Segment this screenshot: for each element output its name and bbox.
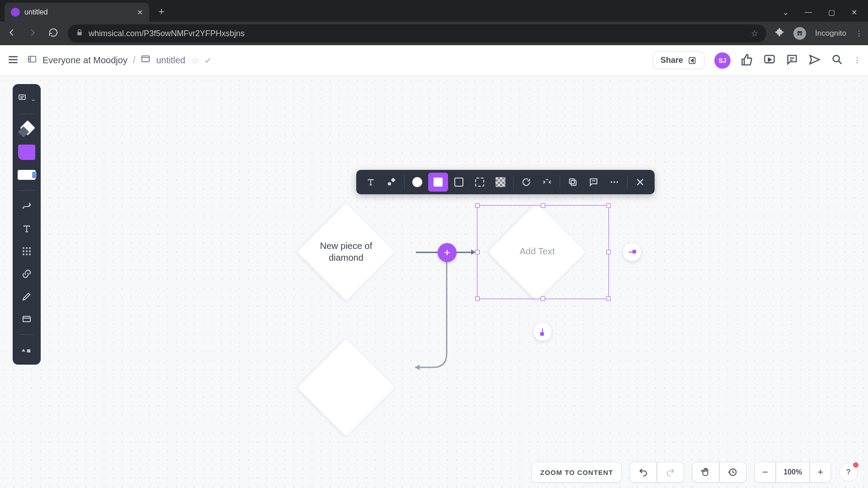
diamond-shape-bottom[interactable] <box>297 338 396 437</box>
extend-down-button[interactable] <box>533 323 552 341</box>
share-button[interactable]: Share <box>653 52 704 69</box>
toolbar-duplicate-icon[interactable] <box>563 173 583 192</box>
help-button[interactable]: ? <box>839 463 858 482</box>
back-icon[interactable] <box>5 28 18 39</box>
board-icon <box>141 54 151 66</box>
doc-title[interactable]: untitled <box>156 55 185 66</box>
resize-handle-sw[interactable] <box>475 296 480 301</box>
comments-icon[interactable] <box>786 53 798 68</box>
toolbar-rotate-icon[interactable] <box>516 173 536 192</box>
menu-icon[interactable] <box>7 54 19 67</box>
tab-title: untitled <box>24 8 48 16</box>
toolbar-text-icon[interactable] <box>361 173 381 192</box>
diamond-right-placeholder: Add Text <box>496 245 578 257</box>
svg-point-20 <box>388 182 391 185</box>
send-icon[interactable] <box>808 53 821 68</box>
resize-handle-w[interactable] <box>475 250 480 254</box>
forward-icon <box>26 28 39 39</box>
close-window-icon[interactable]: ✕ <box>851 8 857 17</box>
minimize-icon[interactable]: — <box>805 8 812 16</box>
toolbar-comment-icon[interactable] <box>584 173 604 192</box>
extensions-icon[interactable] <box>774 28 784 39</box>
tab-close-icon[interactable]: ✕ <box>137 8 143 17</box>
url-field[interactable]: whimsical.com/P3f5owNMFvr2YFPHxsbjns ☆ <box>68 24 766 42</box>
tab-favicon <box>11 8 20 17</box>
pan-hand-button[interactable] <box>692 462 719 483</box>
history-button[interactable] <box>719 462 746 483</box>
favorite-star-icon[interactable]: ☆ <box>191 55 199 66</box>
undo-button[interactable] <box>630 462 657 483</box>
browser-menu-icon[interactable]: ⋮ <box>855 29 863 38</box>
share-label: Share <box>660 56 683 65</box>
browser-tabbar: untitled ✕ ＋ ⌄ — ▢ ✕ <box>0 0 868 22</box>
svg-point-1 <box>800 33 802 36</box>
resize-handle-s[interactable] <box>541 296 545 301</box>
toolbar-fill-color[interactable] <box>407 173 427 192</box>
zoom-in-button[interactable]: + <box>810 462 831 483</box>
resize-handle-e[interactable] <box>606 250 611 254</box>
toolbar-fit-icon[interactable] <box>537 173 557 192</box>
workspace: ⌄ New piece of diamond Add Text <box>0 76 868 488</box>
bookmark-star-icon[interactable]: ☆ <box>751 28 758 38</box>
bottom-bar: ZOOM TO CONTENT − 100% + ? <box>0 456 868 488</box>
svg-rect-3 <box>142 56 150 62</box>
org-icon <box>27 54 37 66</box>
redo-button[interactable] <box>657 462 684 483</box>
thumbs-up-icon[interactable] <box>741 53 753 68</box>
resize-handle-ne[interactable] <box>606 203 611 208</box>
connector-add-node[interactable] <box>438 243 457 262</box>
toolbar-fill-dashed[interactable] <box>470 173 490 192</box>
zoom-level[interactable]: 100% <box>776 462 810 483</box>
avatar[interactable]: SJ <box>714 52 731 69</box>
connector-curved[interactable] <box>415 254 451 376</box>
zoom-out-button[interactable]: − <box>755 462 776 483</box>
zoom-to-content-button[interactable]: ZOOM TO CONTENT <box>532 462 622 483</box>
extend-right-button[interactable] <box>623 243 641 261</box>
svg-point-25 <box>617 181 618 183</box>
browser-addressbar: whimsical.com/P3f5owNMFvr2YFPHxsbjns ☆ I… <box>0 22 868 45</box>
svg-rect-19 <box>391 178 395 182</box>
diamond-left-text: New piece of diamond <box>306 240 387 263</box>
resize-handle-nw[interactable] <box>475 203 480 208</box>
svg-rect-22 <box>570 179 575 184</box>
app-menu-icon[interactable]: ⋮ <box>854 56 861 65</box>
lock-icon <box>76 29 83 38</box>
diamond-shape-left[interactable]: New piece of diamond <box>297 202 396 301</box>
diamond-shape-right[interactable]: Add Text <box>487 202 586 301</box>
reload-icon[interactable] <box>47 28 60 39</box>
breadcrumb: Everyone at Moodjoy / untitled ☆ ✔ <box>27 54 212 66</box>
toolbar-fill-solid[interactable] <box>428 173 448 192</box>
svg-point-24 <box>613 181 615 183</box>
toolbar-more-icon[interactable] <box>604 173 624 192</box>
tabs-dropdown-icon[interactable]: ⌄ <box>783 8 788 17</box>
svg-point-0 <box>797 33 800 36</box>
url-text: whimsical.com/P3f5owNMFvr2YFPHxsbjns <box>89 29 245 38</box>
toolbar-shape-picker-icon[interactable] <box>382 173 401 192</box>
resize-handle-se[interactable] <box>606 296 611 301</box>
svg-point-23 <box>611 181 613 183</box>
org-name[interactable]: Everyone at Moodjoy <box>42 55 127 66</box>
window-controls: ⌄ — ▢ ✕ <box>783 3 868 22</box>
search-icon[interactable] <box>831 53 844 68</box>
svg-point-6 <box>833 55 840 61</box>
sync-check-icon: ✔ <box>204 55 212 66</box>
toolbar-fill-pattern[interactable] <box>491 173 510 192</box>
canvas[interactable]: New piece of diamond Add Text <box>0 76 868 488</box>
present-icon[interactable] <box>763 53 776 68</box>
browser-tab[interactable]: untitled ✕ <box>5 3 149 22</box>
maximize-icon[interactable]: ▢ <box>828 8 835 17</box>
new-tab-button[interactable]: ＋ <box>149 5 174 22</box>
toolbar-close-icon[interactable] <box>630 173 650 192</box>
incognito-icon <box>793 27 806 40</box>
shape-context-toolbar <box>356 170 655 194</box>
breadcrumb-separator: / <box>133 55 136 66</box>
incognito-label: Incognito <box>815 29 846 38</box>
toolbar-fill-outline[interactable] <box>449 173 469 192</box>
svg-rect-21 <box>571 180 576 185</box>
app-header: Everyone at Moodjoy / untitled ☆ ✔ Share… <box>0 45 868 76</box>
